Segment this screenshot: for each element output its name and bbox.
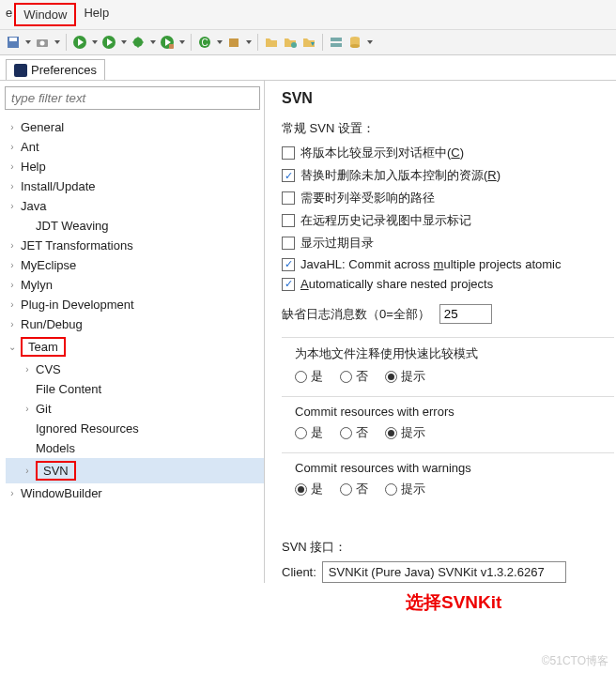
checkbox[interactable] xyxy=(282,191,295,205)
radio-option[interactable]: 提示 xyxy=(385,368,425,385)
tree-arrow-icon[interactable]: › xyxy=(8,142,17,152)
preferences-body: ›General›Ant›Help›Install/Update›JavaJDT… xyxy=(0,80,616,583)
tree-item-ignored-resources[interactable]: Ignored Resources xyxy=(6,419,264,438)
tree-item-general[interactable]: ›General xyxy=(6,117,264,137)
preferences-page: SVN 常规 SVN 设置： 将版本比较显示到对话框中(C)✓替换时删除未加入版… xyxy=(265,81,616,583)
svg-text:C: C xyxy=(201,38,208,48)
camera-icon[interactable] xyxy=(35,35,50,50)
group-title: Commit resources with errors xyxy=(295,405,614,419)
tree-item-windowbuilder[interactable]: ›WindowBuilder xyxy=(6,483,264,503)
menu-window[interactable]: Window xyxy=(14,3,76,26)
checkbox[interactable] xyxy=(282,214,295,227)
folder-icon[interactable] xyxy=(264,35,279,50)
radio-icon xyxy=(295,427,307,439)
preferences-tree[interactable]: ›General›Ant›Help›Install/Update›JavaJDT… xyxy=(0,115,264,503)
radio-label: 提示 xyxy=(401,368,425,385)
tree-item-mylyn[interactable]: ›Mylyn xyxy=(6,275,264,295)
radio-icon xyxy=(295,371,307,383)
tree-arrow-icon[interactable]: › xyxy=(8,319,17,329)
checkbox-row-2: 需要时列举受影响的路径 xyxy=(282,190,614,206)
preferences-tab[interactable]: Preferences xyxy=(6,59,105,80)
folder3-icon[interactable] xyxy=(301,35,316,50)
tree-arrow-icon[interactable]: › xyxy=(8,122,17,132)
tree-arrow-icon[interactable]: › xyxy=(23,466,32,476)
save-icon[interactable] xyxy=(6,35,21,50)
checkbox[interactable]: ✓ xyxy=(282,278,295,291)
checkbox[interactable] xyxy=(282,146,295,160)
tree-item-plug-in-development[interactable]: ›Plug-in Development xyxy=(6,295,264,314)
radio-icon xyxy=(340,427,352,439)
db-icon[interactable] xyxy=(347,35,362,50)
radio-icon xyxy=(340,371,352,383)
menu-help[interactable]: Help xyxy=(76,3,116,26)
tree-item-cvs[interactable]: ›CVS xyxy=(6,359,264,379)
svg-rect-16 xyxy=(229,38,239,47)
radio-option[interactable]: 提示 xyxy=(385,481,425,497)
tree-label: Mylyn xyxy=(21,278,53,292)
tree-arrow-icon[interactable]: › xyxy=(23,404,32,414)
checkbox-row-6: ✓Automatically share nested projects xyxy=(282,277,614,291)
client-combo[interactable]: SVNKit (Pure Java) SVNKit v1.3.2.6267 xyxy=(322,561,566,583)
server-icon[interactable] xyxy=(329,35,344,50)
tree-arrow-icon[interactable]: › xyxy=(23,364,32,375)
radio-option[interactable]: 提示 xyxy=(385,424,425,441)
menu-e[interactable]: e xyxy=(4,3,14,26)
tree-label: Models xyxy=(36,441,75,455)
checkbox-label: 替换时删除未加入版本控制的资源(R) xyxy=(300,167,500,184)
radio-label: 否 xyxy=(356,424,368,441)
radio-label: 是 xyxy=(311,481,323,497)
checkbox[interactable]: ✓ xyxy=(282,169,295,182)
log-count-input[interactable] xyxy=(439,304,492,324)
tree-arrow-icon[interactable]: ⌄ xyxy=(8,342,17,352)
tree-item-git[interactable]: ›Git xyxy=(6,399,264,419)
watermark: ©51CTO博客 xyxy=(542,653,608,669)
tree-arrow-icon[interactable]: › xyxy=(8,280,17,290)
radio-group-0: 为本地文件注释使用快速比较模式是否提示 xyxy=(282,337,614,389)
radio-option[interactable]: 否 xyxy=(340,481,368,497)
tree-item-team[interactable]: ⌄Team xyxy=(6,334,264,359)
tree-item-install-update[interactable]: ›Install/Update xyxy=(6,176,264,196)
tree-item-file-content[interactable]: File Content xyxy=(6,379,264,399)
tree-item-ant[interactable]: ›Ant xyxy=(6,137,264,157)
tree-label: Git xyxy=(36,402,52,416)
checkbox[interactable] xyxy=(282,237,295,250)
tree-arrow-icon[interactable]: › xyxy=(8,161,17,172)
tree-label: SVN xyxy=(43,464,69,478)
checkbox-label: 显示过期目录 xyxy=(300,235,374,252)
checkbox[interactable]: ✓ xyxy=(282,258,295,271)
radio-label: 是 xyxy=(311,424,323,441)
radio-group-2: Commit resources with warnings是否提示 xyxy=(282,452,614,501)
radio-option[interactable]: 否 xyxy=(340,368,368,385)
run-ext-icon[interactable] xyxy=(160,35,175,50)
tree-arrow-icon[interactable]: › xyxy=(8,240,17,251)
log-count-label: 缺省日志消息数（0=全部） xyxy=(282,306,430,323)
tree-item-run-debug[interactable]: ›Run/Debug xyxy=(6,314,264,334)
tree-arrow-icon[interactable]: › xyxy=(8,201,17,211)
new-pkg-icon[interactable] xyxy=(226,35,241,50)
svg-rect-19 xyxy=(331,38,342,41)
tree-label: Run/Debug xyxy=(21,317,83,331)
radio-option[interactable]: 否 xyxy=(340,424,368,441)
radio-option[interactable]: 是 xyxy=(295,368,323,385)
run2-icon[interactable] xyxy=(101,35,116,50)
tree-item-myeclipse[interactable]: ›MyEclipse xyxy=(6,255,264,275)
tree-arrow-icon[interactable]: › xyxy=(8,181,17,191)
folder2-icon[interactable] xyxy=(283,35,298,50)
tree-item-jet-transformations[interactable]: ›JET Transformations xyxy=(6,236,264,255)
run-icon[interactable] xyxy=(72,35,87,50)
radio-option[interactable]: 是 xyxy=(295,424,323,441)
tree-item-jdt-weaving[interactable]: JDT Weaving xyxy=(6,216,264,236)
tree-item-help[interactable]: ›Help xyxy=(6,157,264,176)
tree-arrow-icon[interactable]: › xyxy=(8,488,17,498)
tree-item-models[interactable]: Models xyxy=(6,438,264,458)
new-class-icon[interactable]: C xyxy=(197,35,212,50)
radio-option[interactable]: 是 xyxy=(295,481,323,497)
tree-arrow-icon[interactable]: › xyxy=(8,299,17,310)
svg-rect-13 xyxy=(169,44,174,49)
filter-input[interactable] xyxy=(5,86,260,110)
radio-label: 否 xyxy=(356,368,368,385)
debug-icon[interactable] xyxy=(131,35,146,50)
tree-item-svn[interactable]: ›SVN xyxy=(6,458,264,483)
tree-item-java[interactable]: ›Java xyxy=(6,196,264,216)
tree-arrow-icon[interactable]: › xyxy=(8,260,17,270)
